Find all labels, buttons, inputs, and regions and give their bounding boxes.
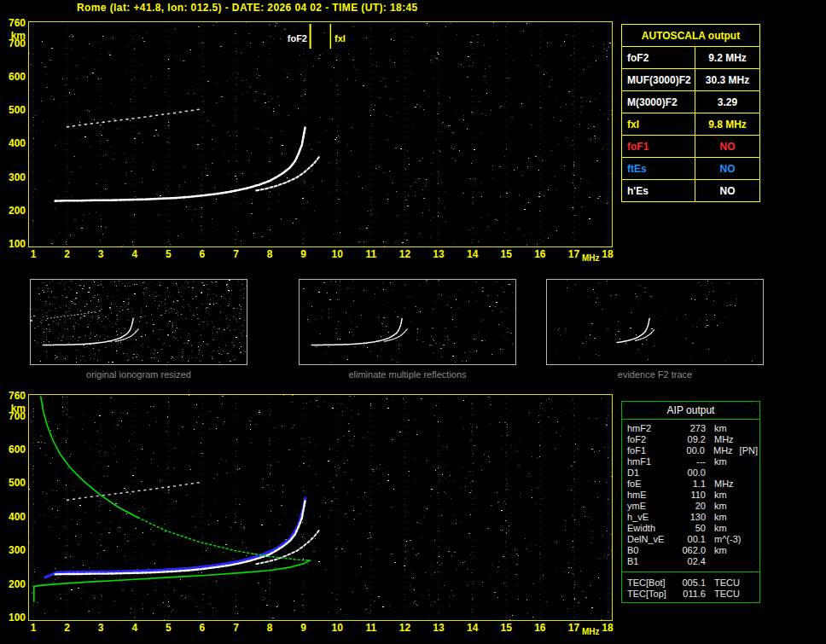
ionogram-plot-raw <box>28 21 613 247</box>
ionogram-raw-canvas <box>29 22 612 247</box>
x-axis-tick-label: 15 <box>497 623 515 634</box>
autoscala-param-value: NO <box>695 180 760 202</box>
x-axis-tick-label: 18 <box>598 623 617 634</box>
autoscala-param-label: h'Es <box>622 180 695 202</box>
aip-param-label: hmF2 <box>627 423 675 434</box>
y-axis-unit-label: km <box>2 31 26 42</box>
autoscala-row: foF29.2 MHz <box>622 47 760 69</box>
x-axis-tick-label: 18 <box>598 249 617 260</box>
y-axis-tick-label: 200 <box>2 579 26 590</box>
aip-param-value: 005.1 <box>675 577 706 589</box>
autoscala-param-label: MUF(3000)F2 <box>622 69 695 91</box>
thumbnail-caption-f2-trace: evidence F2 trace <box>546 369 764 380</box>
x-axis-tick-label: 12 <box>395 623 414 634</box>
x-axis-tick-label: 7 <box>227 623 246 634</box>
aip-param-unit: TECU <box>714 589 740 600</box>
y-axis-unit-label: km <box>2 403 26 415</box>
autoscala-param-label: foF1 <box>622 136 695 158</box>
aip-row: TEC[Bot]005.1TECU <box>627 577 758 589</box>
y-axis-tick-label: 100 <box>2 612 26 624</box>
x-axis-tick-label: 5 <box>159 623 177 634</box>
aip-row: Ewidth50km <box>627 523 758 534</box>
autoscala-param-value: 9.8 MHz <box>695 113 760 136</box>
aip-param-unit: km <box>714 501 727 512</box>
aip-row: B0062.0km <box>627 545 758 556</box>
aip-param-unit: km <box>714 545 727 556</box>
aip-row: hmE110km <box>627 490 758 501</box>
aip-param-value: 011.6 <box>675 589 706 600</box>
aip-param-value: 273 <box>675 423 706 434</box>
autoscala-row: fxI9.8 MHz <box>622 113 760 136</box>
x-axis-tick-label: 14 <box>463 623 482 634</box>
aip-param-unit: MHz <box>714 479 734 490</box>
x-axis-tick-label: 4 <box>125 249 144 260</box>
y-axis-tick-label: 600 <box>2 444 26 455</box>
x-axis-tick-label: 17 <box>564 249 583 260</box>
autoscala-param-label: foF2 <box>622 47 695 69</box>
aip-param-value: 110 <box>675 490 706 501</box>
autoscala-param-value: 9.2 MHz <box>695 47 760 69</box>
x-axis-tick-label: 3 <box>91 249 110 260</box>
autoscala-row: foF1NO <box>622 136 760 158</box>
aip-param-unit: TECU <box>714 577 740 589</box>
autoscala-output-table: AUTOSCALA output foF29.2 MHzMUF(3000)F23… <box>621 24 760 202</box>
aip-row: foF100.0MHz[PN] <box>627 445 758 456</box>
x-axis-tick-label: 16 <box>531 623 550 634</box>
x-axis-tick-label: 10 <box>328 623 346 634</box>
aip-table-separator <box>622 571 759 572</box>
aip-row: B102.4 <box>627 556 758 567</box>
thumbnail-cleaned-canvas <box>300 280 515 364</box>
aip-param-label: DelN_vE <box>627 534 675 545</box>
ionogram-profile-canvas <box>29 395 612 620</box>
y-axis-tick-label: 300 <box>2 172 26 183</box>
x-axis-tick-label: 12 <box>395 249 414 260</box>
thumbnail-f2-trace-evidence <box>546 279 764 365</box>
x-axis-tick-label: 15 <box>497 249 515 260</box>
x-axis-tick-label: 17 <box>564 623 583 634</box>
aip-param-value: 130 <box>675 512 706 523</box>
aip-param-value: 00.0 <box>674 445 705 456</box>
thumbnail-original-ionogram <box>30 279 247 365</box>
x-axis-tick-label: 6 <box>193 249 212 260</box>
autoscala-row: M(3000)F23.29 <box>622 91 760 113</box>
fof2-marker-label: foF2 <box>282 34 307 44</box>
aip-param-unit: km <box>714 512 727 523</box>
thumbnail-caption-cleaned: eliminate multiple reflections <box>299 369 516 380</box>
autoscala-row: MUF(3000)F230.3 MHz <box>622 69 760 91</box>
aip-param-unit: km <box>714 456 727 467</box>
x-axis-tick-label: 2 <box>58 249 77 260</box>
aip-param-label: Ewidth <box>627 523 675 534</box>
thumbnail-f2-trace-canvas <box>547 280 763 364</box>
x-axis-tick-label: 9 <box>294 249 313 260</box>
aip-param-unit: MHz <box>714 434 734 445</box>
x-axis-tick-label: 2 <box>58 623 77 634</box>
x-axis-tick-label: 13 <box>429 623 448 634</box>
aip-param-label: TEC[Bot] <box>627 577 675 589</box>
autoscala-row: ftEsNO <box>622 158 760 180</box>
x-axis-tick-label: 1 <box>24 249 43 260</box>
aip-param-value: 09.2 <box>675 434 706 445</box>
y-axis-tick-label: 300 <box>2 545 26 556</box>
x-axis-tick-label: 5 <box>159 249 177 260</box>
aip-param-value: 062.0 <box>675 545 706 556</box>
station-title: Rome (lat: +41.8, lon: 012.5) - DATE: 20… <box>77 2 418 14</box>
x-axis-tick-label: 11 <box>362 249 381 260</box>
aip-param-value: --- <box>675 456 706 467</box>
thumbnail-original-canvas <box>31 280 247 364</box>
aip-row: TEC[Top]011.6TECU <box>627 589 758 600</box>
x-axis-tick-label: 11 <box>362 623 381 634</box>
aip-param-unit: m^(-3) <box>714 534 741 545</box>
aip-param-label: h_vE <box>627 512 675 523</box>
aip-tec-list: TEC[Bot]005.1TECUTEC[Top]011.6TECU <box>622 574 759 602</box>
aip-param-value: 02.4 <box>675 556 706 567</box>
x-axis-unit-label: MHz <box>581 252 600 264</box>
aip-param-label: B0 <box>627 545 675 556</box>
x-axis-tick-label: 7 <box>227 249 246 260</box>
aip-param-label: hmF1 <box>627 456 675 467</box>
aip-row: D100.0 <box>627 467 758 479</box>
aip-param-label: TEC[Top] <box>627 589 675 600</box>
y-axis-tick-label: 100 <box>2 239 26 250</box>
fxi-marker-label: fxI <box>334 34 346 44</box>
aip-param-value: 00.0 <box>675 467 706 479</box>
y-axis-tick-label: 400 <box>2 512 26 523</box>
